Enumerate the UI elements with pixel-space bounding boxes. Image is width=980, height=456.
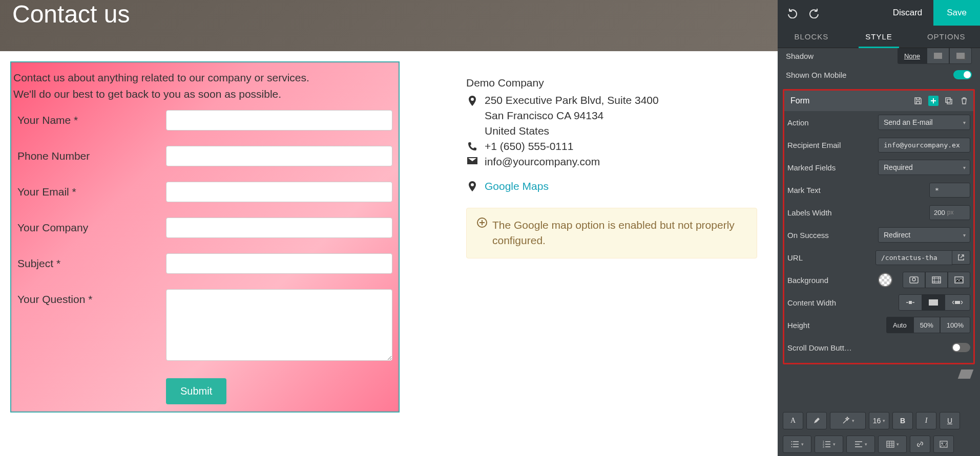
prop-action: Action Send an E-mail [784, 111, 973, 134]
address-3: United States [466, 125, 757, 137]
mobile-toggle[interactable] [953, 70, 972, 79]
trash-icon[interactable] [959, 96, 969, 106]
input-phone[interactable] [166, 146, 392, 166]
bg-pattern-icon[interactable] [948, 272, 970, 288]
panel-body[interactable]: Shadow None Shown On Mobile Form [778, 48, 980, 409]
prop-background: Background [784, 269, 973, 291]
align-icon[interactable]: ▾ [846, 436, 875, 453]
highlight-icon[interactable] [806, 412, 827, 429]
width-normal-icon[interactable] [922, 294, 945, 311]
editor-panel: Discard Save BLOCKS STYLE OPTIONS Shadow… [778, 0, 980, 456]
tab-options[interactable]: OPTIONS [912, 26, 980, 48]
svg-rect-2 [947, 99, 952, 104]
label-company: Your Company [17, 218, 166, 234]
form-intro: Contact us about anything related to our… [11, 70, 399, 110]
italic-button[interactable]: I [916, 412, 936, 429]
content-area: Contact us about anything related to our… [0, 51, 778, 423]
panel-topbar: Discard Save [778, 0, 980, 26]
prop-mark-text: Mark Text [784, 179, 973, 201]
background-color-swatch[interactable] [878, 273, 892, 287]
intro-line-1: Contact us about anything related to our… [13, 70, 397, 86]
recipient-label: Recipient Email [787, 141, 878, 149]
save-icon[interactable] [913, 96, 923, 106]
svg-rect-5 [932, 277, 941, 283]
field-company: Your Company [17, 218, 392, 238]
image-insert-icon[interactable] [933, 436, 954, 453]
svg-rect-1 [946, 98, 950, 102]
phone-text: +1 (650) 555-0111 [485, 140, 573, 153]
height-50[interactable]: 50% [913, 317, 940, 333]
height-auto[interactable]: Auto [886, 317, 913, 333]
input-your-name[interactable] [166, 110, 392, 131]
mark-text-input[interactable] [929, 183, 970, 198]
height-100[interactable]: 100% [940, 317, 970, 333]
input-subject[interactable] [166, 253, 392, 274]
envelope-icon [466, 156, 478, 164]
recipient-input[interactable] [878, 138, 970, 153]
redo-icon[interactable] [808, 7, 820, 18]
bold-button[interactable]: B [892, 412, 913, 429]
height-label: Height [787, 321, 886, 330]
action-label: Action [787, 118, 878, 127]
page-title: Contact us [12, 0, 130, 28]
plus-icon[interactable] [928, 96, 939, 106]
tab-blocks[interactable]: BLOCKS [778, 26, 845, 48]
underline-button[interactable]: U [940, 412, 960, 429]
main-canvas[interactable]: Contact us Contact us about anything rel… [0, 0, 778, 456]
address-2: San Francisco CA 94134 [466, 110, 757, 122]
form-section: Form Action Send an E-mail Recipient Ema… [783, 89, 975, 364]
google-maps-link[interactable]: Google Maps [466, 180, 757, 192]
bg-image-icon[interactable] [903, 272, 925, 288]
email-text: info@yourcompany.com [485, 156, 600, 168]
tab-style[interactable]: STYLE [845, 26, 913, 48]
table-icon[interactable]: ▾ [878, 436, 907, 453]
input-question[interactable] [166, 289, 392, 361]
field-phone: Phone Number [17, 146, 392, 166]
shadow-opt-2[interactable] [927, 48, 949, 64]
svg-rect-7 [909, 301, 912, 304]
svg-point-10 [791, 444, 792, 445]
section-header: Form [784, 91, 973, 111]
action-dropdown[interactable]: Send an E-mail [878, 115, 970, 130]
bg-video-icon[interactable] [925, 272, 948, 288]
list-ul-icon[interactable]: ▾ [783, 436, 811, 453]
marked-dropdown[interactable]: Required [878, 160, 970, 175]
label-email: Your Email * [17, 182, 166, 198]
url-input[interactable] [875, 250, 952, 265]
svg-point-17 [942, 443, 943, 444]
save-button[interactable]: Save [933, 0, 980, 26]
input-email[interactable] [166, 182, 392, 202]
discard-button[interactable]: Discard [882, 0, 934, 26]
contact-form-block[interactable]: Contact us about anything related to our… [10, 61, 400, 412]
svg-rect-15 [887, 441, 894, 447]
submit-button[interactable]: Submit [166, 378, 226, 404]
font-size-select[interactable]: 16▾ [869, 412, 889, 429]
maps-link-text: Google Maps [485, 180, 549, 192]
input-company[interactable] [166, 218, 392, 238]
width-full-icon[interactable] [945, 294, 970, 311]
font-color-icon[interactable]: A [783, 412, 803, 429]
labels-width-input[interactable]: 200 px [929, 205, 970, 220]
label-phone: Phone Number [17, 146, 166, 162]
copy-icon[interactable] [944, 96, 954, 106]
prop-shadow: Shadow None [783, 48, 975, 63]
prop-scroll: Scroll Down Butt… [784, 336, 973, 359]
shadow-none[interactable]: None [898, 48, 927, 64]
svg-text:3: 3 [823, 445, 824, 448]
eraser-icon[interactable] [958, 370, 974, 379]
intro-line-2: We'll do our best to get back to you as … [13, 86, 397, 102]
width-narrow-icon[interactable] [899, 294, 922, 311]
magic-wand-icon[interactable]: ▾ [830, 412, 866, 429]
field-email: Your Email * [17, 182, 392, 202]
prop-marked: Marked Fields Required [784, 156, 973, 179]
link-icon[interactable] [910, 436, 930, 453]
undo-icon[interactable] [787, 7, 798, 18]
address-1: 250 Executive Park Blvd, Suite 3400 [485, 94, 659, 106]
external-link-icon[interactable] [952, 250, 970, 265]
field-subject: Subject * [17, 253, 392, 274]
shadow-opt-3[interactable] [949, 48, 972, 64]
list-ol-icon[interactable]: 123▾ [815, 436, 843, 453]
alert-text: The Google map option is enabled but not… [492, 218, 746, 249]
on-success-dropdown[interactable]: Redirect [878, 227, 970, 243]
scroll-toggle[interactable] [952, 343, 970, 352]
